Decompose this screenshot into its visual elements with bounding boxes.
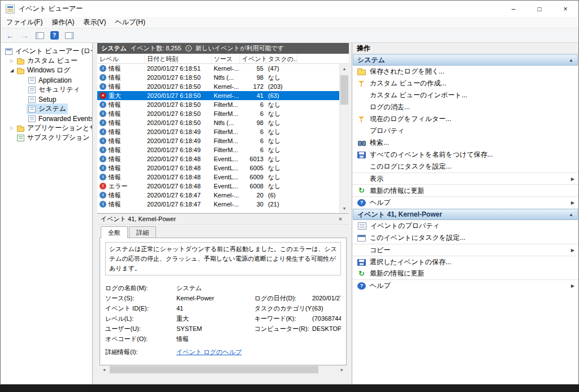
action-item-label: ヘルプ <box>370 198 391 208</box>
detail-field-row: イベント ID(E):41タスクのカテゴリ(Y):(63) <box>105 303 341 313</box>
level-cell: i情報 <box>97 173 145 182</box>
tree-item[interactable]: システム <box>1 104 92 114</box>
tree-item[interactable]: セキュリティ <box>1 85 92 94</box>
action-section-header[interactable]: システム▲ <box>353 54 578 66</box>
expander-icon[interactable]: ◢ <box>8 68 15 73</box>
action-item[interactable]: カスタム ビューの作成... <box>352 77 578 89</box>
event-row[interactable]: !エラー2020/01/27 6:18:48EventL...6008なし <box>97 182 339 191</box>
hscrollbar-track[interactable] <box>109 365 338 374</box>
menu-item[interactable]: ファイル(F) <box>2 18 47 27</box>
event-row[interactable]: i情報2020/01/27 6:18:48EventL...6005なし <box>97 163 339 173</box>
tree-item[interactable]: Setup <box>1 94 92 104</box>
tab-details[interactable]: 詳細 <box>129 226 156 238</box>
action-item-label: 最新の情報に更新 <box>370 186 425 196</box>
info-icon: i <box>100 137 106 144</box>
column-header[interactable]: ソース <box>211 54 240 63</box>
event-row[interactable]: i情報2020/01/27 6:18:50FilterM...6なし <box>97 109 339 118</box>
titlebar[interactable]: イベント ビューアー – □ × <box>1 1 578 17</box>
action-item[interactable]: 現在のログをフィルター... <box>352 113 578 125</box>
action-item[interactable]: 選択したイベントの保存... <box>352 256 578 268</box>
vscrollbar-thumb[interactable] <box>340 75 348 105</box>
help-button[interactable]: ? <box>47 29 61 42</box>
maximize-button[interactable]: □ <box>526 1 552 17</box>
field-label: 詳細情報(I): <box>105 348 176 356</box>
source-cell: FilterM... <box>211 101 240 108</box>
refresh-icon: ↻ <box>357 270 366 278</box>
event-row[interactable]: i情報2020/01/27 6:18:47Kernel-...20(6) <box>97 191 339 200</box>
event-row[interactable]: i情報2020/01/27 6:18:50FilterM...6なし <box>97 100 339 109</box>
scroll-right-button[interactable]: ► <box>338 365 347 374</box>
scroll-up-button[interactable]: ▲ <box>340 64 349 73</box>
datetime-cell: 2020/01/27 6:18:51 <box>145 65 211 72</box>
event-row[interactable]: i情報2020/01/27 6:18:50Ntfs (...98なし <box>97 73 339 82</box>
action-item[interactable]: プロパティ <box>352 125 578 137</box>
action-item[interactable]: ログの消去... <box>352 101 578 113</box>
expander-icon[interactable]: ▷ <box>8 126 15 131</box>
tree-item[interactable]: Forwarded Events <box>1 114 92 123</box>
menu-item[interactable]: 操作(A) <box>47 18 79 27</box>
action-item[interactable]: ?ヘルプ▶ <box>352 196 578 208</box>
column-header[interactable]: レベル <box>97 54 145 63</box>
event-row[interactable]: i情報2020/01/27 6:18:49FilterM...6なし <box>97 127 339 136</box>
event-row[interactable]: i情報2020/01/27 6:18:48EventL...6009なし <box>97 173 339 182</box>
tree-item[interactable]: Application <box>1 75 92 85</box>
event-row[interactable]: i情報2020/01/27 6:18:50Ntfs (...98なし <box>97 118 339 127</box>
close-preview-button[interactable]: × <box>335 216 345 222</box>
column-header-row: レベル日付と時刻ソースイベント ...タスクの... <box>97 54 349 64</box>
minimize-button[interactable]: – <box>500 1 526 17</box>
event-row[interactable]: i情報2020/01/27 6:18:49FilterM...6なし <box>97 136 339 145</box>
console-tree-icon <box>36 32 44 39</box>
action-item[interactable]: イベントのプロパティ <box>352 220 578 232</box>
action-item[interactable]: ↻最新の情報に更新 <box>352 184 578 196</box>
event-row[interactable]: i情報2020/01/27 6:18:51Kernel-...55(47) <box>97 64 339 73</box>
column-header[interactable]: イベント ... <box>240 54 266 63</box>
show-action-pane-button[interactable] <box>62 29 76 42</box>
event-row[interactable]: i情報2020/01/27 6:18:48EventL...6013なし <box>97 154 339 163</box>
action-section-header[interactable]: イベント 41, Kernel-Power▲ <box>353 209 578 220</box>
vertical-scrollbar[interactable]: ▲ ▼ <box>339 64 349 213</box>
menu-item[interactable]: 表示(V) <box>79 18 110 27</box>
tree-item[interactable]: ▷カスタム ビュー <box>1 56 92 66</box>
tree-item[interactable]: サブスクリプション <box>1 133 92 143</box>
forward-button[interactable]: → <box>18 29 32 42</box>
field-label: コンピューター(R): <box>254 325 312 333</box>
action-item[interactable]: 検索... <box>352 137 578 149</box>
action-item[interactable]: このログにタスクを設定... <box>352 161 578 173</box>
event-row[interactable]: i情報2020/01/27 6:18:49FilterM...6なし <box>97 145 339 154</box>
action-item[interactable]: カスタム ビューのインポート... <box>352 89 578 101</box>
expander-icon[interactable]: ▷ <box>8 58 15 63</box>
taskbar[interactable] <box>0 385 579 392</box>
horizontal-scrollbar[interactable]: ◄ ► <box>100 365 347 374</box>
level-label: 重大 <box>109 92 121 100</box>
event-row[interactable]: i情報2020/01/27 6:18:47Kernel-...30(21) <box>97 200 339 209</box>
tree-item[interactable]: ◢Windows ログ <box>1 66 92 75</box>
tree-item[interactable]: ▷アプリケーションとサービス ログ <box>1 123 92 133</box>
scroll-down-button[interactable]: ▼ <box>340 204 349 213</box>
action-item[interactable]: ↻最新の情報に更新 <box>352 268 578 279</box>
new-events-icon: ! <box>185 45 192 51</box>
hscrollbar-thumb[interactable] <box>110 366 318 373</box>
tree-item-label: イベント ビューアー (ローカル) <box>15 46 93 56</box>
flyout-arrow-icon: ▶ <box>571 283 574 288</box>
tab-general[interactable]: 全般 <box>101 226 128 238</box>
column-header[interactable]: タスクの... <box>266 54 297 63</box>
action-item[interactable]: ?ヘルプ▶ <box>352 279 578 291</box>
source-cell: EventL... <box>211 156 240 162</box>
action-item[interactable]: 表示▶ <box>352 173 578 184</box>
column-header[interactable]: 日付と時刻 <box>145 54 211 63</box>
action-item[interactable]: 保存されたログを開く... <box>352 66 578 77</box>
vscrollbar-track[interactable] <box>340 73 349 204</box>
tree-item[interactable]: イベント ビューアー (ローカル) <box>1 46 92 56</box>
action-item[interactable]: このイベントにタスクを設定... <box>352 232 578 244</box>
back-button[interactable]: ← <box>3 29 17 42</box>
event-row[interactable]: i情報2020/01/27 6:18:50Kernel-...172(203) <box>97 82 339 91</box>
event-row[interactable]: ×重大2020/01/27 6:18:50Kernel-...41(63) <box>97 91 339 100</box>
action-item[interactable]: すべてのイベントを名前をつけて保存... <box>352 149 578 161</box>
action-item[interactable]: コピー▶ <box>352 244 578 256</box>
scroll-left-button[interactable]: ◄ <box>100 365 109 374</box>
close-button[interactable]: × <box>552 1 578 17</box>
menu-item[interactable]: ヘルプ(H) <box>110 18 150 27</box>
event-log-help-link[interactable]: イベント ログのヘルプ <box>176 348 254 356</box>
level-label: 情報 <box>109 173 121 182</box>
show-console-tree-button[interactable] <box>33 29 46 42</box>
